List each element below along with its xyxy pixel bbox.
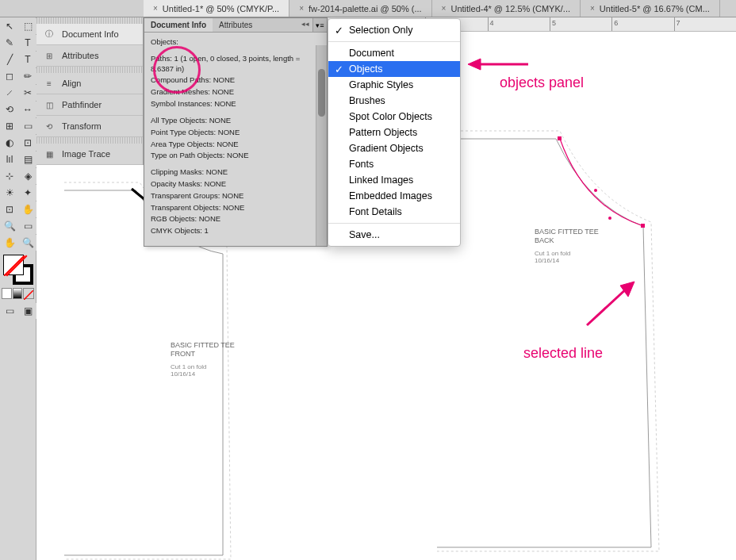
pencil-tool[interactable]: ✂ [19,85,36,101]
svg-rect-2 [558,136,562,140]
screen-mode-normal[interactable]: ▭ [1,303,18,319]
panel-grip[interactable] [36,67,143,73]
tab-close-icon[interactable]: × [442,4,447,13]
tab-untitled1[interactable]: × Untitled-1* @ 50% (CMYK/P... [144,0,289,17]
menu-save[interactable]: Save... [328,227,460,243]
panel-grip[interactable] [36,137,143,144]
svg-point-5 [608,217,611,220]
panel-collapse-icon[interactable]: ◂◂ [298,18,312,32]
perspective-tool[interactable]: ▤ [19,152,36,167]
rotate-tool[interactable]: ⊞ [1,118,18,134]
menu-embedded-images[interactable]: Embedded Images [328,188,460,204]
menu-gradient[interactable]: Gradient Objects [328,140,460,156]
selection-tool[interactable]: ↖ [1,18,18,34]
tab-palette[interactable]: × fw-2014-palette.ai @ 50% (... [289,0,431,17]
ruler-tick: 5 [550,17,611,31]
gradient-tool[interactable]: ◈ [19,168,36,184]
direct-selection-tool[interactable]: ⬚ [19,18,36,34]
tab-label: Untitled-4* @ 12.5% (CMYK/... [450,4,570,13]
sidebar-item-image-trace[interactable]: ▦ Image Trace [36,144,143,165]
color-mode-icon[interactable] [2,288,12,299]
sidebar-item-attributes[interactable]: ⊞ Attributes [36,45,143,67]
screen-mode-full[interactable]: ▣ [19,303,36,319]
info-trans-objects: Transparent Objects: NONE [151,203,320,213]
sidebar-item-align[interactable]: ≡ Align [36,73,143,94]
ruler-tick: 4 [488,17,550,31]
pattern-label-back: BASIC FITTED TEE BACK Cut 1 on fold 10/1… [535,228,599,265]
tab-untitled4[interactable]: × Untitled-4* @ 12.5% (CMYK/... [432,0,581,17]
menu-separator [328,41,460,42]
shape-builder-tool[interactable]: lıl [1,152,18,167]
scrollbar[interactable] [316,45,327,246]
rectangle-tool[interactable]: ✏ [19,68,36,84]
artboard-tool[interactable]: 🔍 [1,218,18,234]
tab-label: fw-2014-palette.ai @ 50% (... [309,4,422,13]
sidebar-item-label: Image Trace [62,149,110,159]
magic-wand-tool[interactable]: ✎ [1,35,18,51]
tab-close-icon[interactable]: × [299,4,304,13]
transform-icon: ⟲ [43,121,56,132]
mesh-tool[interactable]: ⊹ [1,168,18,184]
line-tool[interactable]: ◻ [1,68,18,84]
svg-rect-3 [641,224,645,228]
menu-graphic-styles[interactable]: Graphic Styles [328,77,460,93]
svg-line-1 [24,290,33,300]
blob-brush-tool[interactable]: ⟲ [1,102,18,117]
gradient-mode-icon[interactable] [13,288,23,299]
menu-font-details[interactable]: Font Details [328,204,460,220]
menu-linked-images[interactable]: Linked Images [328,172,460,188]
none-mode-icon[interactable] [23,288,34,299]
free-transform-tool[interactable]: ⊡ [19,135,36,151]
tab-attributes[interactable]: Attributes [213,18,259,32]
tab-untitled5[interactable]: × Untitled-5* @ 16.67% (CM... [581,0,720,17]
blend-tool[interactable]: ✦ [19,185,36,201]
info-paths: Paths: 1 (1 open, 0 closed, 3 points, le… [151,54,320,75]
info-area-type: Area Type Objects: NONE [151,140,320,150]
menu-brushes[interactable]: Brushes [328,93,460,109]
info-trans-groups: Transparent Groups: NONE [151,191,320,201]
menu-document[interactable]: Document [328,45,460,61]
info-compound-paths: Compound Paths: NONE [151,75,320,86]
info-all-type: All Type Objects: NONE [151,116,320,126]
menu-selection-only[interactable]: Selection Only [328,22,460,38]
pen-tool[interactable]: ╱ [1,52,18,67]
sidebar-item-document-info[interactable]: ⓘ Document Info [36,24,143,45]
paintbrush-tool[interactable]: ⟋ [1,85,18,101]
sidebar-item-pathfinder[interactable]: ◫ Pathfinder [36,94,143,116]
menu-fonts[interactable]: Fonts [328,156,460,172]
document-info-panel[interactable]: Document Info Attributes ◂◂ ▾≡ Objects: … [144,17,328,247]
panel-menu-icon[interactable]: ▾≡ [312,18,327,32]
lasso-tool[interactable]: T [19,35,36,51]
image-trace-icon: ▦ [43,148,56,159]
info-type-on-path: Type on Path Objects: NONE [151,151,320,161]
fill-swatch[interactable] [3,255,24,275]
hand-tool[interactable]: ✋ [1,235,18,251]
zoom-tool[interactable]: 🔍 [19,235,36,251]
info-clipping: Clipping Masks: NONE [151,167,320,178]
eraser-tool[interactable]: ↔ [19,102,36,117]
info-cmyk: CMYK Objects: 1 [151,226,320,236]
svg-line-0 [4,255,25,276]
column-graph-tool[interactable]: ✋ [19,201,36,217]
slice-tool[interactable]: ▭ [19,218,36,234]
panel-grip[interactable] [36,17,143,24]
type-tool[interactable]: T [19,52,36,67]
tab-close-icon[interactable]: × [153,4,158,13]
svg-point-4 [594,189,597,192]
scale-tool[interactable]: ▭ [19,118,36,134]
fill-stroke-swatch[interactable] [3,255,33,285]
sidebar-item-label: Pathfinder [62,100,102,109]
tab-close-icon[interactable]: × [590,4,595,13]
width-tool[interactable]: ◐ [1,135,18,151]
info-gradient-meshes: Gradient Meshes: NONE [151,87,320,98]
eyedropper-tool[interactable]: ☀ [1,185,18,201]
sidebar-item-transform[interactable]: ⟲ Transform [36,116,143,137]
symbol-tool[interactable]: ⊡ [1,201,18,217]
menu-pattern[interactable]: Pattern Objects [328,125,460,140]
menu-spot-color[interactable]: Spot Color Objects [328,109,460,125]
pattern-back[interactable] [437,95,691,555]
scrollbar-thumb[interactable] [318,69,325,117]
menu-objects[interactable]: Objects [328,61,460,77]
document-info-icon: ⓘ [43,29,56,40]
tab-document-info[interactable]: Document Info [144,18,213,32]
